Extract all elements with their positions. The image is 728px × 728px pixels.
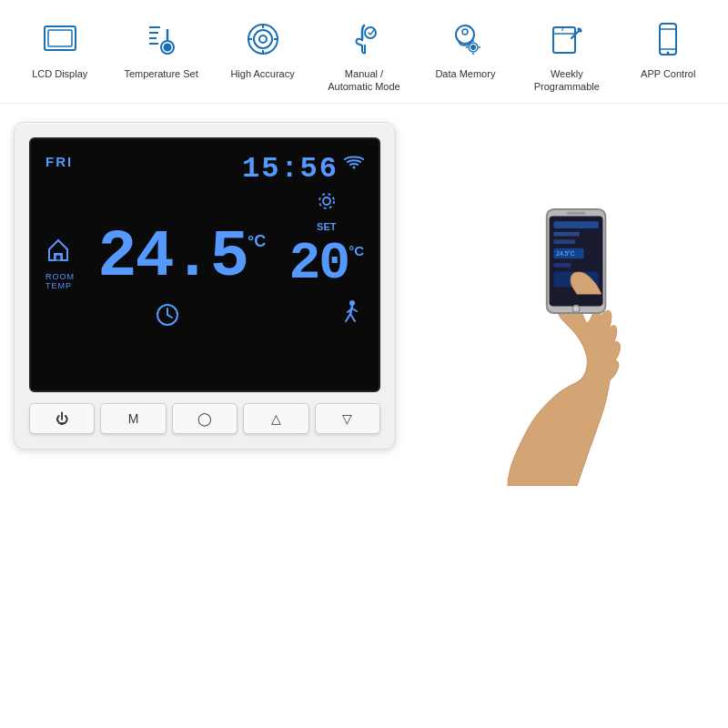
thermostat-device: FRI 15:56 xyxy=(14,122,396,450)
lcd-left: ROOM TEMP xyxy=(46,237,75,290)
main-temperature-unit: °C xyxy=(248,232,266,251)
clock-set-button[interactable]: ◯ xyxy=(172,403,238,434)
feature-data-memory: Data Memory xyxy=(424,14,506,80)
svg-point-18 xyxy=(462,29,468,35)
walk-icon xyxy=(340,299,364,333)
svg-line-29 xyxy=(571,36,573,38)
feature-temperature-set: Temperature Set xyxy=(120,14,202,80)
feature-weekly-programmable: 7 Weekly Programmable xyxy=(526,14,608,94)
set-temperature-value: 20 xyxy=(289,238,349,290)
lcd-temp-set: 20 °C xyxy=(289,238,364,290)
thermostat-buttons: ⏻ M ◯ △ ▽ xyxy=(29,403,380,434)
app-control-icon xyxy=(645,14,691,64)
wifi-icon xyxy=(344,155,364,175)
mode-button[interactable]: M xyxy=(100,403,166,434)
clock-icon xyxy=(155,302,180,333)
svg-line-42 xyxy=(346,314,350,321)
svg-rect-56 xyxy=(567,211,586,214)
down-button[interactable]: ▽ xyxy=(315,403,380,434)
svg-point-16 xyxy=(365,27,376,38)
features-bar: LCD Display Temperature Set xyxy=(0,0,728,104)
room-temp-label: ROOM TEMP xyxy=(46,272,75,290)
svg-rect-30 xyxy=(660,24,676,55)
svg-point-10 xyxy=(254,30,272,48)
up-button[interactable]: △ xyxy=(243,403,308,434)
svg-line-45 xyxy=(352,308,357,311)
svg-text:24.5°C: 24.5°C xyxy=(556,250,575,257)
data-memory-icon xyxy=(442,14,488,64)
temperature-set-label: Temperature Set xyxy=(124,67,197,80)
svg-line-39 xyxy=(167,315,172,318)
phone-hand-container: 24.5°C xyxy=(405,122,714,490)
svg-point-20 xyxy=(471,46,475,49)
svg-point-8 xyxy=(165,44,171,50)
svg-rect-54 xyxy=(553,262,571,267)
manual-auto-icon xyxy=(341,14,387,64)
app-control-label: APP Control xyxy=(641,67,695,80)
svg-rect-1 xyxy=(48,30,72,46)
set-temperature-unit: °C xyxy=(349,243,364,258)
svg-point-11 xyxy=(259,35,267,43)
lcd-bottom xyxy=(46,299,364,333)
lcd-time: 15:56 xyxy=(242,152,339,186)
lcd-display-label: LCD Display xyxy=(32,67,87,80)
svg-rect-34 xyxy=(56,255,61,260)
feature-manual-auto: Manual / Automatic Mode xyxy=(323,14,405,94)
main-temperature-value: 24.5 xyxy=(97,225,248,290)
gear-icon xyxy=(317,191,337,216)
feature-lcd-display: LCD Display xyxy=(19,14,101,80)
svg-rect-49 xyxy=(553,221,598,228)
feature-app-control: APP Control xyxy=(627,14,709,80)
main-content: FRI 15:56 xyxy=(0,104,728,499)
svg-point-33 xyxy=(667,51,670,54)
svg-text:7: 7 xyxy=(561,25,565,33)
lcd-time-wifi: 15:56 xyxy=(242,152,364,186)
svg-line-43 xyxy=(350,314,355,321)
feature-high-accuracy: High Accuracy xyxy=(222,14,304,80)
temperature-set-icon xyxy=(138,14,184,64)
power-button[interactable]: ⏻ xyxy=(29,403,95,434)
svg-rect-51 xyxy=(553,239,575,244)
svg-point-9 xyxy=(248,25,278,54)
svg-point-57 xyxy=(572,305,580,312)
lcd-middle: ROOM TEMP 24.5 °C xyxy=(46,191,364,290)
home-icon xyxy=(46,237,71,267)
manual-auto-label: Manual / Automatic Mode xyxy=(323,67,405,94)
high-accuracy-icon xyxy=(240,14,286,64)
high-accuracy-label: High Accuracy xyxy=(230,67,294,80)
phone-hand-illustration: 24.5°C xyxy=(469,140,651,490)
lcd-top-row: FRI 15:56 xyxy=(46,152,364,186)
svg-point-35 xyxy=(323,197,330,205)
weekly-programmable-icon: 7 xyxy=(544,14,590,64)
weekly-programmable-label: Weekly Programmable xyxy=(526,67,608,94)
lcd-day: FRI xyxy=(46,154,73,169)
svg-rect-50 xyxy=(553,231,580,236)
lcd-screen: FRI 15:56 xyxy=(29,137,380,392)
data-memory-label: Data Memory xyxy=(435,67,495,80)
lcd-right: SET 20 °C xyxy=(289,191,364,290)
svg-point-36 xyxy=(319,194,334,208)
set-label: SET xyxy=(317,221,336,232)
lcd-display-icon xyxy=(37,14,83,64)
lcd-temp-main: 24.5 °C xyxy=(97,225,266,290)
